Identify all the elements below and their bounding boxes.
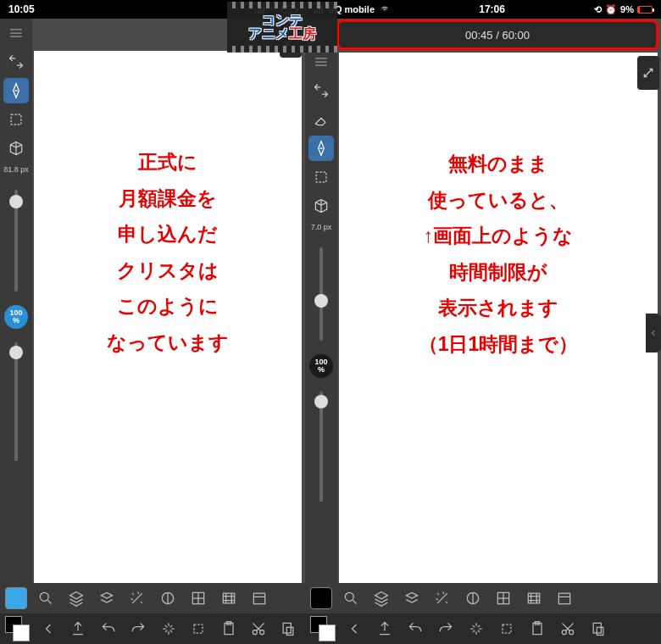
film-button[interactable]: [217, 586, 241, 610]
expand-button[interactable]: [280, 24, 302, 58]
transform-tool[interactable]: [3, 49, 29, 75]
clipboard-button[interactable]: [525, 617, 549, 641]
search-button[interactable]: [34, 586, 58, 610]
cut-button[interactable]: [247, 617, 269, 641]
eraser-tool[interactable]: [308, 107, 334, 132]
svg-rect-6: [194, 625, 203, 633]
toolbar-row-1: [305, 583, 661, 613]
menu-button[interactable]: [308, 49, 334, 75]
rotation-lock-icon: ⟲: [594, 4, 602, 15]
wifi-icon: [268, 5, 278, 14]
color-swatches[interactable]: [5, 616, 30, 641]
svg-point-14: [345, 592, 353, 601]
canvas-annotation: 無料のまま 使っていると、 ↑画面上のような 時間制限が 表示されます （1日1…: [419, 53, 579, 362]
sparkle-button[interactable]: [157, 617, 180, 641]
canvas[interactable]: 正式に 月額課金を 申し込んだ クリスタは このように なっています: [34, 51, 302, 641]
pen-tool[interactable]: [308, 136, 334, 161]
expand-button[interactable]: [637, 56, 659, 90]
calendar-button[interactable]: [247, 586, 271, 610]
svg-rect-13: [316, 172, 326, 182]
left-screenshot: 10:05 81.8 px 100 % 正式に 月額課金を 申し込んだ ク: [0, 0, 305, 644]
status-indicators: ⟲ ⏰ 9%: [594, 4, 653, 15]
zoom-badge[interactable]: 100 %: [309, 354, 333, 378]
layers-button[interactable]: [369, 586, 393, 610]
pen-tool[interactable]: [3, 78, 29, 103]
timer-text: 00:45 / 60:00: [465, 29, 530, 42]
status-time: 17:06: [479, 3, 505, 15]
layers2-button[interactable]: [95, 586, 119, 610]
redo-button[interactable]: [127, 617, 150, 641]
svg-point-1: [40, 592, 48, 601]
side-panel-tab[interactable]: [646, 314, 661, 353]
canvas[interactable]: 無料のまま 使っていると、 ↑画面上のような 時間制限が 表示されます （1日1…: [339, 53, 658, 641]
wifi-icon: [380, 5, 390, 14]
3d-tool[interactable]: [3, 136, 29, 161]
3d-tool[interactable]: [308, 193, 334, 219]
paste-button[interactable]: [277, 617, 300, 641]
cut-button[interactable]: [556, 617, 580, 641]
battery-pct: 9%: [620, 4, 634, 14]
clipboard-button[interactable]: [217, 617, 240, 641]
grid-button[interactable]: [186, 586, 210, 610]
bottom-toolbars: [0, 583, 305, 644]
workarea: 7.0 px 100 % 無料のまま 使っていると、 ↑画面上のような 時間制限…: [305, 47, 661, 644]
svg-rect-19: [503, 625, 511, 633]
redo-button[interactable]: [434, 617, 458, 641]
layers2-button[interactable]: [400, 586, 424, 610]
bottom-toolbars: [305, 583, 661, 644]
marquee-tool[interactable]: [3, 107, 29, 132]
grid-button[interactable]: [492, 586, 515, 610]
brush-size-slider[interactable]: [14, 190, 18, 291]
upload-button[interactable]: [67, 617, 90, 641]
film-button[interactable]: [522, 586, 546, 610]
svg-rect-4: [223, 593, 234, 603]
undo-button[interactable]: [403, 617, 427, 641]
color-swatch-primary[interactable]: [5, 587, 27, 609]
svg-rect-12: [287, 627, 294, 635]
zoom-slider[interactable]: [14, 342, 18, 461]
status-indicators: [255, 5, 297, 14]
battery-icon: [637, 6, 653, 14]
svg-rect-18: [558, 593, 569, 604]
sparkle-button[interactable]: [464, 617, 488, 641]
canvas-annotation: 正式に 月額課金を 申し込んだ クリスタは このように なっています: [107, 51, 229, 360]
carrier-label: UQ mobile: [328, 4, 375, 14]
svg-rect-5: [253, 593, 264, 604]
wand-button[interactable]: [430, 586, 454, 610]
search-button[interactable]: [339, 586, 363, 610]
workarea: 81.8 px 100 % 正式に 月額課金を 申し込んだ クリスタは このよう…: [0, 19, 305, 644]
signal-icon: [255, 6, 264, 14]
color-swatches[interactable]: [310, 616, 336, 641]
tool-sidebar: 7.0 px 100 %: [305, 47, 337, 644]
crop-button[interactable]: [186, 617, 209, 641]
wand-button[interactable]: [125, 586, 149, 610]
tool-sidebar: 81.8 px 100 %: [0, 19, 32, 644]
calendar-button[interactable]: [553, 586, 576, 610]
zoom-badge[interactable]: 100 %: [4, 305, 28, 329]
status-time: 10:05: [8, 3, 35, 15]
adjust-button[interactable]: [461, 586, 485, 610]
zoom-slider[interactable]: [319, 391, 323, 502]
crop-button[interactable]: [495, 617, 519, 641]
menu-button[interactable]: [3, 20, 29, 46]
signal-icon: [314, 6, 323, 14]
battery-icon: [281, 6, 297, 14]
right-screenshot: UQ mobile 17:06 ⟲ ⏰ 9% 00:45 / 60:00 7.0…: [305, 0, 661, 644]
toolbar-row-2: [305, 613, 661, 644]
paste-button[interactable]: [586, 617, 610, 641]
color-swatch-primary[interactable]: [310, 587, 332, 609]
brush-size-label: 7.0 px: [311, 224, 332, 232]
transform-tool[interactable]: [308, 78, 334, 103]
layers-button[interactable]: [64, 586, 88, 610]
chev-left-button[interactable]: [342, 617, 366, 641]
ios-statusbar: 10:05: [0, 0, 305, 19]
svg-rect-0: [11, 114, 21, 125]
undo-button[interactable]: [97, 617, 119, 641]
chev-left-button[interactable]: [36, 617, 59, 641]
adjust-button[interactable]: [156, 586, 180, 610]
marquee-tool[interactable]: [308, 164, 334, 190]
brush-size-slider[interactable]: [319, 247, 323, 341]
upload-button[interactable]: [373, 617, 397, 641]
alarm-icon: ⏰: [605, 4, 617, 15]
brush-size-label: 81.8 px: [3, 166, 29, 175]
